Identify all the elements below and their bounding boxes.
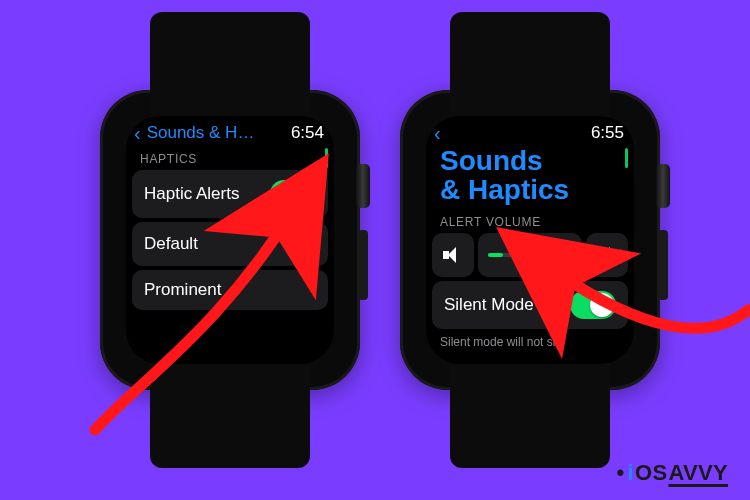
title-line-2: & Haptics	[440, 175, 620, 204]
chevron-left-icon[interactable]: ‹	[134, 123, 143, 143]
watermark-iosavvy: • i OS AVVY	[617, 460, 728, 486]
silent-mode-hint: Silent mode will not si-	[426, 333, 634, 351]
watch-band-bottom	[150, 378, 310, 468]
section-header-alert-volume: ALERT VOLUME	[426, 209, 634, 233]
watch-left: ‹ Sounds & H… 6:54 HAPTICS Haptic Alerts…	[100, 90, 360, 390]
clock: 6:55	[591, 123, 624, 143]
row-label: Haptic Alerts	[144, 184, 262, 204]
digital-crown[interactable]	[356, 164, 370, 208]
volume-down-button[interactable]	[432, 233, 474, 277]
row-option-prominent[interactable]: Prominent	[132, 270, 328, 310]
speaker-high-icon	[597, 247, 617, 263]
screen-right: ‹ 6:55 Sounds & Haptics ALERT VOLUME	[426, 116, 634, 364]
chevron-left-icon[interactable]: ‹	[434, 123, 443, 143]
brand-i: i	[628, 460, 634, 486]
canvas: ‹ Sounds & H… 6:54 HAPTICS Haptic Alerts…	[0, 0, 750, 500]
row-haptic-alerts[interactable]: Haptic Alerts	[132, 170, 328, 218]
volume-slider[interactable]	[478, 233, 582, 277]
speaker-low-icon	[443, 247, 463, 263]
brand-dot: •	[617, 460, 625, 486]
status-bar: ‹ 6:55	[426, 116, 634, 146]
brand-rest: AVVY	[668, 460, 728, 486]
scroll-indicator	[325, 148, 328, 168]
digital-crown[interactable]	[656, 164, 670, 208]
row-label: Default	[144, 234, 291, 254]
side-button[interactable]	[358, 230, 368, 300]
watch-band-top	[450, 12, 610, 102]
row-silent-mode[interactable]: Silent Mode	[432, 281, 628, 329]
row-option-default[interactable]: Default ✓	[132, 222, 328, 266]
section-header-haptics: HAPTICS	[126, 146, 334, 170]
back-label[interactable]: Sounds & H…	[147, 123, 255, 143]
brand-os: OS	[635, 460, 667, 486]
row-label: Prominent	[144, 280, 316, 300]
volume-control	[432, 233, 628, 277]
toggle-silent-mode[interactable]	[570, 291, 616, 319]
scroll-indicator	[625, 148, 628, 168]
clock: 6:54	[291, 123, 324, 143]
watch-band-bottom	[450, 378, 610, 468]
toggle-haptic-alerts[interactable]	[270, 180, 316, 208]
volume-up-button[interactable]	[586, 233, 628, 277]
status-bar: ‹ Sounds & H… 6:54	[126, 116, 334, 146]
watch-band-top	[150, 12, 310, 102]
row-label: Silent Mode	[444, 295, 562, 315]
watch-right: ‹ 6:55 Sounds & Haptics ALERT VOLUME	[400, 90, 660, 390]
screen-left: ‹ Sounds & H… 6:54 HAPTICS Haptic Alerts…	[126, 116, 334, 364]
title-line-1: Sounds	[440, 146, 620, 175]
page-title: Sounds & Haptics	[426, 146, 634, 209]
side-button[interactable]	[658, 230, 668, 300]
checkmark-icon: ✓	[299, 232, 316, 256]
